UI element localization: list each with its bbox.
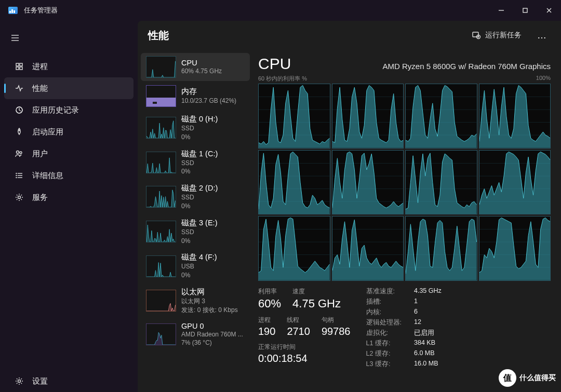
svg-marker-84 [332, 220, 404, 280]
svg-marker-29 [146, 158, 175, 173]
svg-marker-39 [259, 85, 330, 147]
spec-value: 12 [414, 318, 442, 327]
run-new-task-button[interactable]: 运行新任务 [466, 28, 527, 43]
perf-item[interactable]: 以太网以太网 3发送: 0 接收: 0 Kbps [141, 284, 250, 318]
nav-sidebar: 进程性能应用历史记录启动应用用户详细信息服务 设置 [0, 21, 138, 392]
watermark: 值 什么值得买 [499, 369, 556, 387]
close-button[interactable] [537, 0, 561, 21]
perf-title: 磁盘 3 (E:) [181, 218, 245, 228]
perf-item[interactable]: 磁盘 0 (H:)SSD0% [141, 111, 250, 145]
core-chart-6 [405, 150, 477, 215]
performance-list: CPU60% 4.75 GHz内存10.0/23.7 GB (42%)磁盘 0 … [138, 50, 253, 392]
perf-title: 磁盘 1 (C:) [181, 149, 245, 159]
nav-item-history[interactable]: 应用历史记录 [4, 99, 133, 121]
nav-settings[interactable]: 设置 [4, 370, 133, 392]
uptime-label: 正常运行时间 [258, 343, 351, 352]
perf-item[interactable]: 磁盘 2 (D:)SSD0% [141, 180, 250, 214]
core-chart-2 [405, 84, 477, 148]
cpu-specs: 基准速度:4.35 GHz插槽:1内核:6逻辑处理器:12虚拟化:已启用L1 缓… [366, 287, 442, 369]
svg-marker-27 [146, 61, 175, 77]
perf-sub1: SSD [181, 124, 245, 133]
nav-item-activity[interactable]: 性能 [4, 77, 133, 99]
svg-marker-74 [479, 152, 551, 214]
perf-sub1: 10.0/23.7 GB (42%) [181, 97, 245, 105]
perf-item[interactable]: CPU60% 4.75 GHz [141, 53, 250, 81]
watermark-badge: 值 [499, 369, 516, 387]
perf-sub1: 以太网 3 [181, 297, 245, 306]
svg-rect-9 [16, 67, 19, 70]
activity-icon [15, 84, 24, 93]
content-header: 性能 运行新任务 … [138, 21, 561, 50]
spec-value: 4.35 GHz [414, 287, 442, 296]
svg-marker-49 [406, 85, 477, 147]
nav-item-users[interactable]: 用户 [4, 143, 133, 165]
mini-chart [146, 117, 176, 139]
gear-icon [15, 193, 24, 202]
spec-value: 1 [414, 298, 442, 306]
svg-point-12 [19, 130, 20, 131]
perf-sub2: 7% (36 °C) [181, 339, 245, 347]
perf-sub1: AMD Radeon 760M ... [181, 330, 245, 339]
core-chart-0 [258, 84, 330, 148]
hamburger-button[interactable] [0, 30, 138, 56]
cpu-name: AMD Ryzen 5 8600G w/ Radeon 760M Graphic… [383, 62, 551, 71]
perf-item[interactable]: GPU 0AMD Radeon 760M ...7% (36 °C) [141, 319, 250, 351]
perf-title: 磁盘 0 (H:) [181, 114, 245, 124]
mini-chart [146, 323, 176, 345]
axis-left-label: 60 秒内的利用率 % [258, 75, 307, 83]
mini-chart [146, 255, 176, 277]
startup-icon [15, 127, 24, 137]
core-chart-1 [332, 84, 404, 148]
spec-key: L3 缓存: [366, 360, 402, 369]
more-button[interactable]: … [533, 28, 551, 43]
proc-label: 进程 [258, 316, 275, 325]
spec-key: 基准速度: [366, 287, 402, 296]
perf-item[interactable]: 内存10.0/23.7 GB (42%) [141, 82, 250, 110]
nav-item-gear[interactable]: 服务 [4, 186, 133, 208]
perf-sub2: 0% [181, 202, 245, 211]
perf-sub1: SSD [181, 228, 245, 237]
mini-chart [146, 56, 176, 78]
uptime-value: 0:00:18:54 [258, 353, 351, 364]
core-chart-11 [479, 216, 551, 281]
core-chart-8 [258, 216, 330, 281]
nav-item-startup[interactable]: 启动应用 [4, 121, 133, 143]
nav-item-grid[interactable]: 进程 [4, 56, 133, 77]
content-pane: 性能 运行新任务 … CPU60% 4.75 GHz内存10.0/23.7 GB… [138, 21, 561, 392]
app-title: 任务管理器 [24, 6, 58, 15]
nav-item-label: 启动应用 [32, 127, 63, 137]
handle-label: 句柄 [322, 316, 351, 325]
svg-rect-1 [523, 8, 527, 12]
svg-point-14 [20, 152, 22, 154]
app-icon [8, 7, 18, 14]
svg-marker-89 [406, 219, 477, 280]
svg-point-13 [17, 151, 19, 154]
core-chart-3 [479, 84, 551, 148]
maximize-button[interactable] [513, 0, 537, 21]
perf-item[interactable]: 磁盘 1 (C:)SSD0% [141, 146, 250, 180]
svg-rect-7 [16, 63, 19, 66]
svg-point-22 [18, 380, 21, 383]
svg-marker-44 [332, 85, 404, 147]
core-chart-9 [332, 216, 404, 281]
gear-icon [15, 376, 24, 386]
perf-title: 以太网 [181, 287, 245, 297]
window-controls [489, 0, 561, 21]
svg-point-20 [16, 178, 17, 178]
cpu-detail-pane: CPU AMD Ryzen 5 8600G w/ Radeon 760M Gra… [253, 50, 561, 392]
core-chart-5 [332, 150, 404, 215]
perf-sub1: SSD [181, 193, 245, 202]
spec-key: L2 缓存: [366, 349, 402, 358]
perf-sub2: 0% [181, 167, 245, 176]
perf-item[interactable]: 磁盘 3 (E:)SSD0% [141, 215, 250, 249]
cpu-stats: 利用率60% 速度4.75 GHz 进程190 线程2710 句柄99786 正… [258, 287, 551, 369]
perf-item[interactable]: 磁盘 4 (F:)USB0% [141, 249, 250, 283]
nav-item-list[interactable]: 详细信息 [4, 165, 133, 186]
page-title: 性能 [148, 29, 169, 43]
perf-sub1: SSD [181, 159, 245, 168]
axis-right-label: 100% [536, 75, 551, 83]
minimize-button[interactable] [489, 0, 513, 21]
perf-title: CPU [181, 59, 245, 67]
mini-chart [146, 85, 176, 107]
nav-item-label: 服务 [32, 193, 48, 202]
